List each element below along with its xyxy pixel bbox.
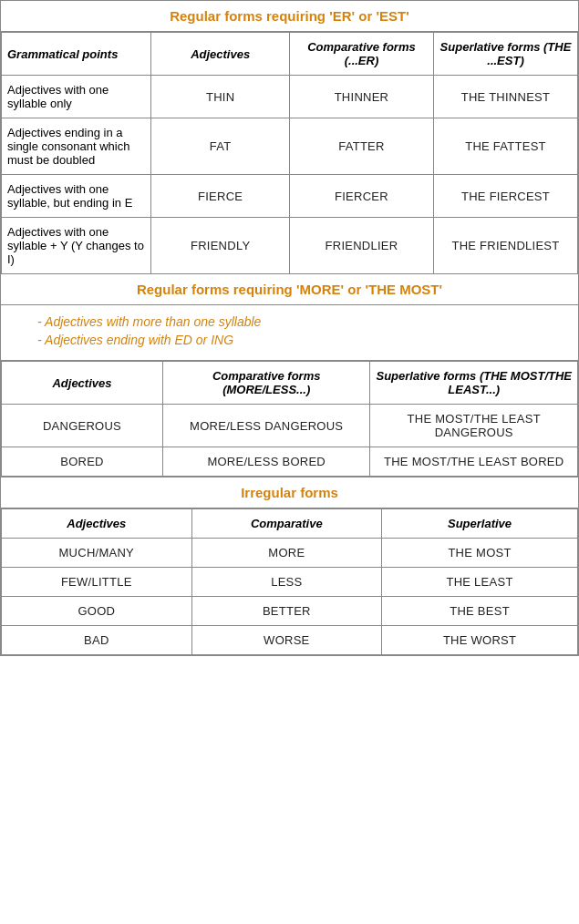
adjective-cell: THIN: [151, 76, 290, 118]
adjective-cell: MUCH/MANY: [2, 539, 192, 568]
adjective-cell: BORED: [2, 447, 163, 477]
header-comparative: Comparative forms (...ER): [289, 33, 433, 76]
section2-header-row: Adjectives Comparative forms (MORE/LESS.…: [2, 362, 578, 405]
section1-table: Grammatical points Adjectives Comparativ…: [1, 32, 578, 274]
table-row: DANGEROUS MORE/LESS DANGEROUS THE MOST/T…: [2, 405, 578, 447]
adjective-cell: GOOD: [2, 597, 192, 626]
grammatical-cell: Adjectives with one syllable, but ending…: [2, 175, 151, 218]
comparative-cell: THINNER: [289, 76, 433, 118]
header-adjectives: Adjectives: [151, 33, 290, 76]
s3-header-adjectives: Adjectives: [2, 509, 192, 539]
section1-header: Regular forms requiring 'ER' or 'EST': [1, 1, 578, 32]
table-row: MUCH/MANY MORE THE MOST: [2, 539, 578, 568]
section2-title: Regular forms requiring 'MORE' or 'THE M…: [137, 282, 442, 297]
section1-header-row: Grammatical points Adjectives Comparativ…: [2, 33, 578, 76]
table-row: Adjectives with one syllable only THIN T…: [2, 76, 578, 118]
superlative-cell: THE WORST: [382, 626, 578, 655]
header-superlative: Superlative forms (THE ...EST): [433, 33, 577, 76]
comparative-cell: MORE/LESS BORED: [162, 447, 370, 477]
table-row: BAD WORSE THE WORST: [2, 626, 578, 655]
comparative-cell: WORSE: [191, 626, 382, 655]
table-row: Adjectives with one syllable, but ending…: [2, 175, 578, 218]
grammatical-cell: Adjectives ending in a single consonant …: [2, 118, 151, 175]
comparative-cell: FIERCER: [289, 175, 433, 218]
superlative-cell: THE MOST/THE LEAST DANGEROUS: [370, 405, 578, 447]
adjective-cell: BAD: [2, 626, 192, 655]
section2-table: Adjectives Comparative forms (MORE/LESS.…: [1, 361, 578, 477]
superlative-cell: THE MOST/THE LEAST BORED: [370, 447, 578, 477]
header-grammatical: Grammatical points: [2, 33, 151, 76]
grammatical-cell: Adjectives with one syllable + Y (Y chan…: [2, 218, 151, 274]
section2-header: Regular forms requiring 'MORE' or 'THE M…: [1, 274, 578, 305]
s3-header-superlative: Superlative: [382, 509, 578, 539]
section1-title: Regular forms requiring 'ER' or 'EST': [170, 8, 409, 24]
section3-table: Adjectives Comparative Superlative MUCH/…: [1, 508, 578, 655]
superlative-cell: THE FRIENDLIEST: [433, 218, 577, 274]
adjective-cell: FEW/LITTLE: [2, 568, 192, 597]
s2-header-adjectives: Adjectives: [2, 362, 163, 405]
list-item: Adjectives with more than one syllable: [37, 314, 560, 329]
superlative-cell: THE THINNEST: [433, 76, 577, 118]
section2-bullets: Adjectives with more than one syllableAd…: [1, 305, 578, 360]
main-container: Regular forms requiring 'ER' or 'EST' Gr…: [0, 0, 579, 656]
grammatical-cell: Adjectives with one syllable only: [2, 76, 151, 118]
table-row: Adjectives ending in a single consonant …: [2, 118, 578, 175]
comparative-cell: BETTER: [191, 597, 382, 626]
section3-header-row: Adjectives Comparative Superlative: [2, 509, 578, 539]
comparative-cell: MORE/LESS DANGEROUS: [162, 405, 370, 447]
table-row: GOOD BETTER THE BEST: [2, 597, 578, 626]
s3-header-comparative: Comparative: [191, 509, 382, 539]
adjective-cell: DANGEROUS: [2, 405, 163, 447]
superlative-cell: THE MOST: [382, 539, 578, 568]
s2-header-superlative: Superlative forms (THE MOST/THE LEAST...…: [370, 362, 578, 405]
s2-header-comparative: Comparative forms (MORE/LESS...): [162, 362, 370, 405]
comparative-cell: FATTER: [289, 118, 433, 175]
table-row: FEW/LITTLE LESS THE LEAST: [2, 568, 578, 597]
table-row: BORED MORE/LESS BORED THE MOST/THE LEAST…: [2, 447, 578, 477]
adjective-cell: FRIENDLY: [151, 218, 290, 274]
adjective-cell: FAT: [151, 118, 290, 175]
comparative-cell: LESS: [191, 568, 382, 597]
table-row: Adjectives with one syllable + Y (Y chan…: [2, 218, 578, 274]
adjective-cell: FIERCE: [151, 175, 290, 218]
superlative-cell: THE BEST: [382, 597, 578, 626]
comparative-cell: MORE: [191, 539, 382, 568]
superlative-cell: THE FATTEST: [433, 118, 577, 175]
comparative-cell: FRIENDLIER: [289, 218, 433, 274]
superlative-cell: THE LEAST: [382, 568, 578, 597]
section3-header: Irregular forms: [1, 477, 578, 508]
section3-title: Irregular forms: [241, 485, 338, 500]
list-item: Adjectives ending with ED or ING: [37, 333, 560, 347]
superlative-cell: THE FIERCEST: [433, 175, 577, 218]
